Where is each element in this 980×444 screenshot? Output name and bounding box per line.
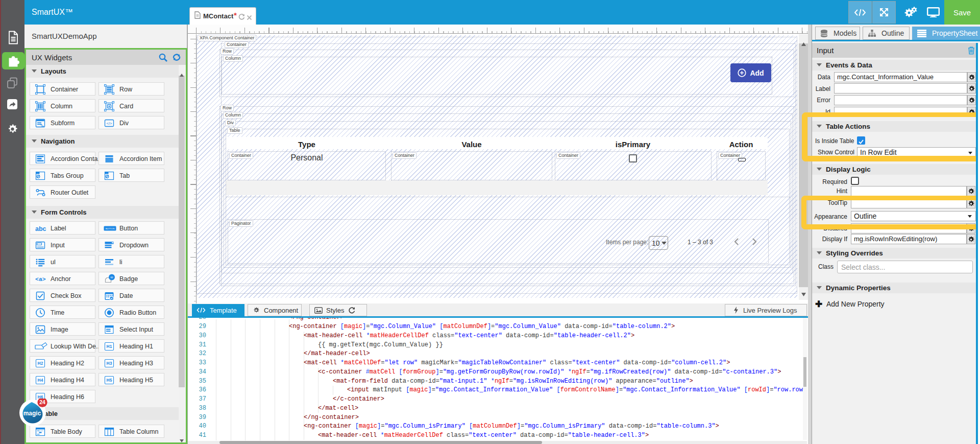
svg-text:magic: magic — [23, 410, 41, 417]
svg-text:24: 24 — [39, 399, 45, 405]
